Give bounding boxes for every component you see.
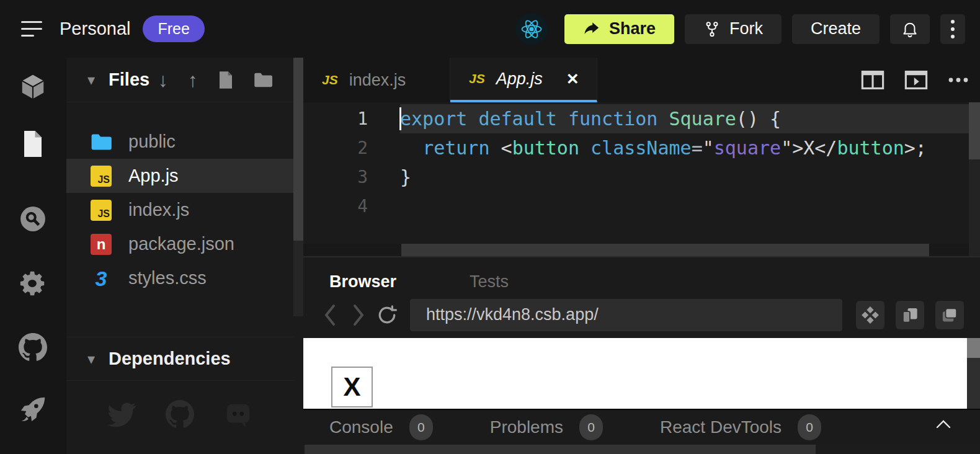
devtools-tab-problems[interactable]: Problems0 [490,414,603,440]
new-folder-icon[interactable] [254,72,272,88]
url-bar[interactable]: https://vkd4n8.csb.app/ [410,299,842,331]
split-view-icon[interactable] [861,70,884,90]
devtools-tab-react-devtools[interactable]: React DevTools0 [660,414,821,440]
preview-devtools-button[interactable] [856,301,884,329]
deploy-rocket-icon[interactable] [18,394,48,424]
github-icon[interactable] [166,400,194,429]
code-lines: export default function Square() { retur… [400,104,969,221]
js-tab-icon: JS [322,73,338,87]
code-line-1[interactable]: export default function Square() { [400,104,969,133]
line-number: 1 [303,104,400,133]
devtools-tab-label: Problems [490,417,563,437]
code-line-3[interactable]: } [400,162,969,192]
file-row-index.js[interactable]: JSindex.js [66,193,293,227]
code-line-4[interactable] [400,192,969,221]
file-row-package.json[interactable]: npackage.json [66,227,293,261]
refresh-icon[interactable] [373,296,401,334]
fork-button[interactable]: Fork [685,14,782,44]
file-name: package.json [128,234,234,254]
bottom-scrollbar-track[interactable] [303,445,980,454]
editor-tab-App.js[interactable]: JSApp.js✕ [450,58,597,102]
js-icon: JS [90,199,112,221]
react-logo-icon [515,13,548,45]
file-explorer: ▾ Files ↓ ↑ publicJSApp.jsJSindex.jsnpac… [66,58,303,454]
line-number: 3 [303,162,400,192]
dependencies-header[interactable]: ▾ Dependencies [66,337,293,381]
npm-icon: n [90,233,112,256]
file-row-public[interactable]: public [66,125,293,159]
workspace: JSindex.jsJSApp.js✕ [303,58,980,454]
download-icon[interactable]: ↓ [158,70,168,90]
square-button[interactable]: X [331,367,373,407]
forward-icon[interactable] [344,296,373,334]
responsive-preview-button[interactable] [896,301,924,329]
folder-icon [90,131,112,153]
collapse-caret-icon[interactable]: ▾ [87,71,95,89]
bell-icon [901,20,919,38]
code-line-2[interactable]: return <button className="square">X</but… [400,133,969,162]
top-bar: Personal Free Share [0,0,980,58]
files-header[interactable]: ▾ Files ↓ ↑ [66,58,293,102]
search-panel-icon[interactable] [18,204,48,234]
new-file-icon[interactable] [218,71,234,89]
js-file-icon: JS [91,200,112,221]
app-preview: X [303,338,980,409]
activity-rail [0,58,66,454]
editor-tabs: JSindex.jsJSApp.js✕ [303,58,597,102]
code-editor[interactable]: 1234 export default function Square() { … [303,102,980,256]
file-name: App.js [128,166,179,186]
github-panel-icon[interactable] [18,332,48,362]
text-cursor [399,107,401,130]
more-menu-button[interactable] [940,14,965,44]
editor-more-icon[interactable] [948,77,969,83]
line-number: 4 [303,192,400,221]
twitter-icon[interactable] [107,400,136,429]
browser-tab-tests[interactable]: Tests [470,272,509,292]
devtools-tab-label: Console [329,417,393,437]
discord-icon[interactable] [224,400,252,429]
close-tab-icon[interactable]: ✕ [566,70,579,88]
preview-window-icon[interactable] [904,70,928,90]
menu-icon[interactable] [21,21,46,37]
line-number-gutter: 1234 [303,104,400,221]
line-number: 2 [303,133,400,162]
file-name: public [128,131,176,152]
explorer-scrollbar-thumb[interactable] [293,58,303,241]
share-button[interactable]: Share [564,14,674,44]
file-row-styles.css[interactable]: 3styles.css [66,261,293,295]
social-links [66,400,293,429]
sandbox-cube-icon[interactable] [18,72,48,102]
browser-tab-browser[interactable]: Browser [329,272,396,292]
files-actions: ↓ ↑ [158,70,272,90]
plan-badge: Free [143,16,204,42]
back-icon[interactable] [316,296,344,334]
files-panel-icon[interactable] [18,129,48,159]
upload-icon[interactable]: ↑ [188,70,198,90]
devtools-tab-label: React DevTools [660,417,782,437]
settings-gear-icon[interactable] [18,269,48,298]
dependencies-caret-icon[interactable]: ▾ [87,350,95,368]
js-tab-icon: JS [469,71,485,86]
open-new-window-button[interactable] [935,301,964,329]
tab-label: index.js [349,71,406,90]
create-button[interactable]: Create [792,14,880,44]
editor-tab-bar: JSindex.jsJSApp.js✕ [303,58,980,102]
workspace-name[interactable]: Personal [60,19,130,39]
editor-tab-index.js[interactable]: JSindex.js [303,58,450,102]
file-row-App.js[interactable]: JSApp.js [66,159,293,193]
bottom-scrollbar-thumb[interactable] [305,445,816,454]
expand-devtools-icon[interactable] [935,419,951,432]
tab-label: App.js [496,69,543,89]
count-badge: 0 [579,414,603,440]
js-file-icon: JS [91,166,112,187]
css-file-icon: 3 [96,268,107,289]
npm-file-icon: n [91,234,112,255]
file-name: styles.css [128,268,207,288]
preview-scrollbar-thumb[interactable] [967,338,980,358]
editor-vscrollbar-thumb[interactable] [969,102,980,159]
editor-hscrollbar-thumb[interactable] [401,244,929,256]
notifications-button[interactable] [890,14,930,44]
kebab-menu-icon [951,20,955,38]
devtools-tab-console[interactable]: Console0 [329,414,433,440]
count-badge: 0 [409,414,433,440]
